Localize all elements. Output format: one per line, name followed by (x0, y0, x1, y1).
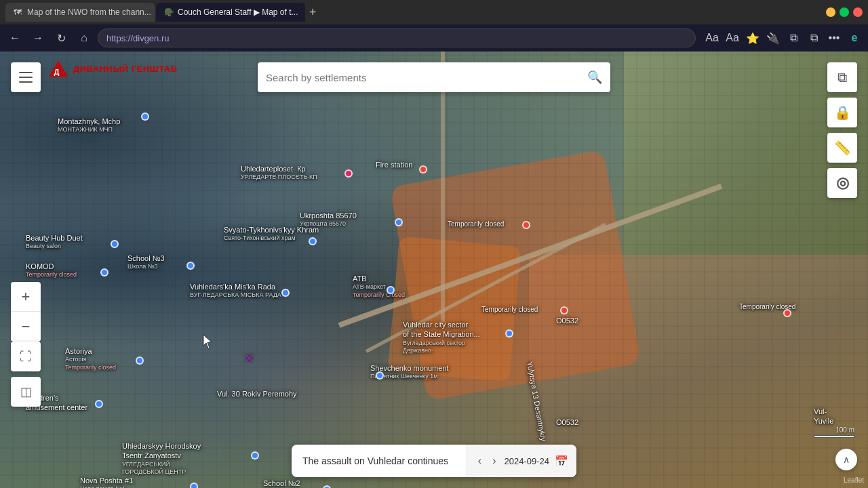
favorites-icon[interactable]: ⭐ (745, 30, 761, 46)
marker-montazhnyk (141, 111, 149, 123)
tab-favicon-2: 🪖 (164, 7, 174, 17)
marker-atb (387, 285, 395, 297)
address-bar[interactable]: https://divgen.ru (98, 28, 696, 47)
bottom-left-controls: ⛶ ◫ (11, 342, 41, 407)
road-vertical (441, 52, 445, 323)
hamburger-line-3 (19, 81, 33, 83)
address-text: https://divgen.ru (106, 33, 170, 43)
tab-groups-icon[interactable]: ⧉ (785, 30, 802, 46)
zoom-out-button[interactable]: − (11, 312, 41, 342)
lock-button[interactable]: 🔒 (827, 98, 857, 127)
tab-close-2[interactable]: ✕ (304, 7, 305, 18)
tab-label-2: Couch General Staff ▶ Map of t... (178, 7, 298, 17)
target-button[interactable]: ◎ (827, 168, 857, 198)
marker-migration (505, 328, 513, 340)
search-icon[interactable]: 🔍 (587, 70, 602, 85)
tab-label-1: Map of the NWO from the chann... (27, 7, 151, 17)
marker-ukrposhta (395, 217, 403, 229)
assault-info-bar: The assault on Vuhledar continues ‹ › 20… (292, 445, 576, 477)
target-icon: ◎ (836, 174, 849, 192)
zoom-controls: + − (11, 282, 41, 342)
marker-purple-x: ✕ (244, 351, 254, 366)
calendar-button[interactable]: 📅 (555, 455, 568, 468)
toolbar-icons: Aa Aa ⭐ 🔌 ⧉ ⧉ ••• e (704, 30, 863, 46)
browser-titlebar: 🗺 Map of the NWO from the chann... ✕ 🪖 C… (0, 0, 868, 24)
structure-grid (0, 52, 868, 488)
marker-nova-poshta (190, 481, 198, 488)
marker-komod (100, 267, 108, 279)
calendar-icon: 📅 (555, 455, 568, 467)
browser-chrome: 🗺 Map of the NWO from the chann... ✕ 🪖 C… (0, 0, 868, 52)
tab-nwo-map[interactable]: 🗺 Map of the NWO from the chann... ✕ (5, 3, 155, 22)
extensions-icon[interactable]: 🔌 (765, 30, 781, 46)
date-text: 2024-09-24 (505, 456, 550, 466)
marker-children (95, 399, 103, 411)
lock-icon: 🔒 (834, 104, 851, 121)
scale-indicator: 100 m (814, 426, 854, 438)
collapse-button[interactable]: ∧ (835, 449, 857, 470)
copy-button[interactable]: ⧉ (827, 62, 857, 92)
prev-date-button[interactable]: ‹ (475, 453, 484, 468)
marker-uhledarskyy (251, 450, 259, 462)
hamburger-line-2 (19, 77, 33, 78)
collapse-icon: ∧ (843, 454, 850, 465)
home-button[interactable]: ⌂ (75, 28, 94, 47)
search-input[interactable] (266, 72, 587, 83)
forward-button[interactable]: → (28, 28, 47, 47)
marker-shevchenko (376, 370, 384, 382)
svg-text:Д: Д (54, 68, 60, 76)
marker-fire-station (419, 164, 427, 176)
edge-icon[interactable]: e (846, 30, 863, 46)
share-icon[interactable]: ⧉ (806, 30, 822, 46)
search-bar[interactable]: 🔍 (258, 62, 610, 92)
marker-beauty-hub (111, 239, 119, 251)
scale-bar (814, 435, 854, 438)
fullscreen-icon: ⛶ (20, 350, 32, 364)
fullscreen-button[interactable]: ⛶ (11, 342, 41, 371)
date-section: ‹ › 2024-09-24 📅 (467, 445, 576, 477)
map-container[interactable]: Montazhnyk, Mchp МОНТАЖНИК МЧП Uhledarte… (0, 52, 868, 488)
tab-favicon-1: 🗺 (14, 7, 23, 17)
copy-icon: ⧉ (837, 70, 847, 85)
hamburger-menu-button[interactable] (11, 62, 41, 92)
marker-temp-closed-2 (560, 305, 568, 317)
close-button[interactable] (853, 7, 863, 17)
marker-vuhledarska-rada (281, 287, 290, 300)
new-tab-button[interactable]: + (309, 5, 317, 20)
marker-temp-closed-1 (522, 220, 530, 232)
marker-school2 (323, 484, 331, 488)
marker-svyato (309, 236, 317, 248)
browser-toolbar: ← → ↻ ⌂ https://divgen.ru Aa Aa ⭐ 🔌 ⧉ ⧉ … (0, 24, 868, 52)
marker-astoriya (136, 355, 144, 367)
ruler-button[interactable]: 📏 (827, 133, 857, 163)
logo-text: ДИВАННЫЙ ГЕНШТАБ (73, 64, 178, 75)
assault-text: The assault on Vuhledar continues (302, 455, 456, 466)
marker-uhledar-teploset (344, 168, 353, 180)
next-date-button[interactable]: › (490, 453, 498, 468)
more-icon[interactable]: ••• (826, 30, 842, 46)
tab-couch-general[interactable]: 🪖 Couch General Staff ▶ Map of t... ✕ (156, 3, 305, 22)
back-button[interactable]: ← (5, 28, 24, 47)
refresh-button[interactable]: ↻ (52, 28, 71, 47)
scale-label: 100 m (835, 426, 854, 434)
zoom-in-button[interactable]: + (11, 282, 41, 312)
marker-school3 (186, 260, 195, 272)
layers-icon: ◫ (20, 384, 32, 399)
site-logo: Д ДИВАННЫЙ ГЕНШТАБ (47, 60, 178, 79)
marker-temp-closed-3 (783, 308, 791, 320)
leaflet-credit: Leaflet (844, 476, 864, 484)
reader-icon[interactable]: Aa (724, 30, 741, 46)
logo-svg: Д (47, 60, 69, 79)
right-panel: ⧉ 🔒 📏 ◎ (827, 62, 857, 198)
maximize-button[interactable] (840, 7, 849, 17)
ruler-icon: 📏 (834, 140, 851, 156)
hamburger-line-1 (19, 72, 33, 73)
minimize-button[interactable] (826, 7, 835, 17)
layers-button[interactable]: ◫ (11, 377, 41, 407)
translate-icon[interactable]: Aa (704, 30, 720, 46)
